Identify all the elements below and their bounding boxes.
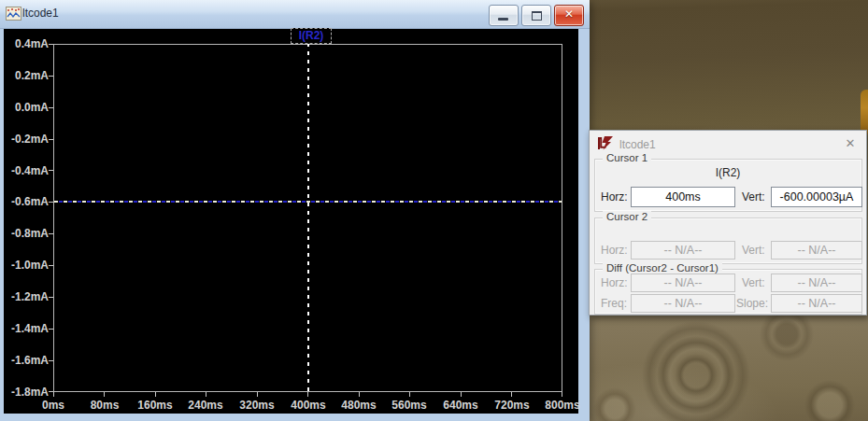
cursor1-trace-name: I(R2) — [590, 166, 866, 179]
y-tick — [49, 360, 53, 361]
cursor1-horz-label: Horz: — [601, 190, 628, 203]
cursor2-horz-label: Horz: — [601, 244, 628, 257]
x-axis-label: 80ms — [77, 398, 133, 413]
y-tick — [49, 202, 53, 203]
close-button[interactable]: ✕ — [554, 5, 584, 26]
x-axis-label: 160ms — [127, 398, 183, 413]
cursor1-vert-field[interactable]: -600.00003µA — [771, 187, 862, 207]
cursor-dialog: ltcode1 ✕ Cursor 1 I(R2) Horz: 400ms Ver… — [589, 130, 867, 316]
diff-horz-field: -- N/A-- — [631, 274, 735, 292]
cursor2-vert-field: -- N/A-- — [771, 241, 862, 260]
cursor1-horz-field[interactable]: 400ms — [631, 187, 735, 207]
y-tick — [49, 139, 53, 140]
diff-slope-label: Slope: — [736, 297, 768, 310]
waveform-window-title: ltcode1 — [22, 7, 59, 20]
x-tick — [409, 392, 410, 397]
x-tick — [104, 392, 105, 397]
y-tick — [49, 297, 53, 298]
cursor2-horz-field: -- N/A-- — [631, 241, 735, 260]
y-tick — [49, 329, 53, 330]
x-tick — [155, 392, 156, 397]
diff-slope-field: -- N/A-- — [771, 294, 862, 313]
x-axis-label: 560ms — [381, 398, 437, 413]
screen: ltcode1 ✕ 0.4mA 0.2mA 0.0mA -0.2mA -0.4m… — [0, 0, 868, 421]
minimize-button[interactable] — [489, 5, 519, 26]
ltspice-logo-icon — [597, 135, 615, 151]
x-axis-label: 0ms — [25, 398, 81, 413]
diff-freq-field: -- N/A-- — [631, 294, 735, 313]
wallpaper-amber-spot — [861, 90, 868, 134]
x-tick — [53, 392, 54, 397]
x-tick — [206, 392, 206, 397]
wallpaper-swirl-texture — [589, 308, 868, 421]
diff-legend: Diff (Cursor2 - Cursor1) — [603, 262, 722, 274]
trace-label[interactable]: I(R2) — [291, 28, 332, 44]
y-tick — [49, 107, 53, 108]
y-tick — [49, 170, 53, 171]
x-axis-label: 800ms — [534, 398, 591, 413]
y-axis-label: 0.2mA — [0, 68, 49, 83]
cursor1-vertical-line[interactable] — [307, 43, 309, 392]
maximize-button[interactable] — [521, 5, 551, 26]
y-tick — [49, 233, 53, 234]
waveform-window-titlebar[interactable]: ltcode1 ✕ — [0, 0, 590, 29]
x-tick — [359, 392, 360, 397]
y-axis-label: -1.0mA — [0, 258, 49, 273]
x-axis-label: 480ms — [331, 398, 387, 413]
y-axis-label: 0.4mA — [0, 36, 49, 51]
cursor2-legend: Cursor 2 — [603, 211, 651, 222]
x-tick — [307, 392, 308, 397]
x-tick — [257, 392, 258, 397]
x-tick — [461, 392, 462, 397]
minimize-icon — [498, 18, 508, 21]
x-tick — [511, 392, 512, 397]
x-axis-label: 720ms — [484, 398, 540, 413]
dialog-close-icon[interactable]: ✕ — [843, 136, 858, 151]
diff-horz-label: Horz: — [601, 276, 628, 289]
y-tick — [49, 44, 53, 45]
y-axis-label: -1.4mA — [0, 321, 49, 336]
x-axis-label: 640ms — [433, 398, 489, 413]
cursor-dialog-title: ltcode1 — [619, 138, 656, 151]
x-tick — [562, 392, 562, 397]
y-axis-label: 0.0mA — [0, 100, 49, 115]
y-axis-label: -0.8mA — [0, 226, 49, 241]
y-axis-label: -0.2mA — [0, 132, 49, 147]
waveform-window-icon — [6, 7, 21, 21]
y-tick — [49, 265, 53, 266]
diff-vert-field: -- N/A-- — [771, 274, 862, 292]
cursor2-vert-label: Vert: — [742, 244, 765, 257]
diff-vert-label: Vert: — [742, 276, 765, 289]
waveform-window: ltcode1 ✕ 0.4mA 0.2mA 0.0mA -0.2mA -0.4m… — [0, 0, 590, 421]
x-axis-label: 320ms — [229, 398, 285, 413]
y-axis-label: -1.6mA — [0, 353, 49, 368]
diff-freq-label: Freq: — [601, 297, 627, 310]
y-tick — [49, 76, 53, 77]
cursor1-vert-label: Vert: — [742, 190, 765, 203]
cursor1-legend: Cursor 1 — [603, 152, 651, 163]
close-icon: ✕ — [555, 7, 583, 21]
trace-and-cursor1-horizontal-line[interactable] — [54, 201, 562, 203]
y-axis-label: -0.4mA — [0, 163, 49, 178]
x-axis-label: 400ms — [280, 398, 336, 413]
y-axis-label: -1.2mA — [0, 289, 49, 304]
y-axis-label: -0.6mA — [0, 194, 49, 209]
x-axis-label: 240ms — [178, 398, 234, 413]
maximize-icon — [532, 11, 542, 21]
